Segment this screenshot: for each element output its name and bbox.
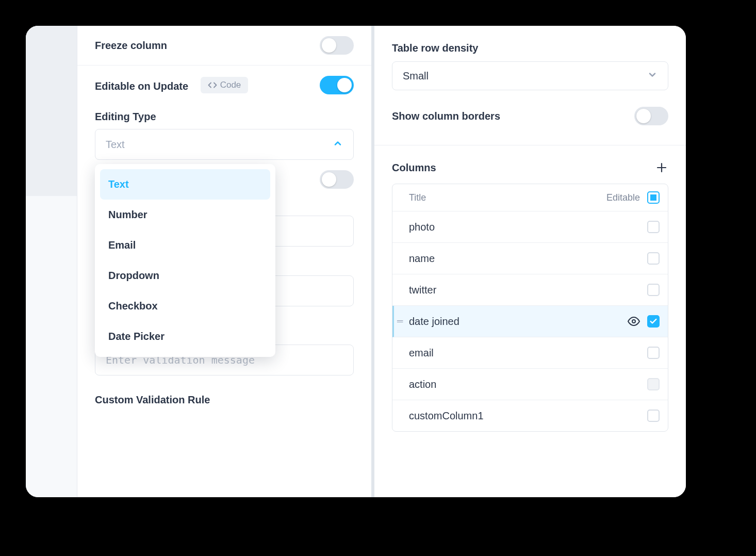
column-row-name[interactable]: name	[392, 243, 668, 274]
column-row-twitter[interactable]: twitter	[392, 274, 668, 306]
column-row-email[interactable]: email	[392, 337, 668, 369]
column-editable-checkbox[interactable]	[647, 221, 660, 233]
column-name: action	[409, 379, 436, 390]
column-row-photo[interactable]: photo	[392, 211, 668, 243]
chevron-down-icon	[647, 70, 658, 83]
column-name: date joined	[409, 316, 459, 328]
column-editable-checkbox[interactable]	[647, 378, 660, 390]
ghost-toggle[interactable]	[320, 170, 354, 189]
columns-header: Columns	[374, 145, 686, 184]
editing-type-value: Text	[106, 139, 125, 151]
dropdown-item-number[interactable]: Number	[100, 200, 270, 230]
column-name: name	[409, 253, 435, 265]
editing-type-section-label: Editing Type	[77, 105, 371, 129]
freeze-column-label: Freeze column	[95, 40, 167, 52]
eye-icon[interactable]	[628, 315, 640, 328]
custom-validation-rule-label: Custom Validation Rule	[77, 383, 371, 406]
plus-icon	[655, 161, 668, 174]
row-density-label: Table row density	[374, 38, 686, 61]
freeze-column-toggle[interactable]	[320, 36, 354, 55]
column-name: photo	[409, 221, 435, 233]
dropdown-item-dropdown[interactable]: Dropdown	[100, 260, 270, 291]
freeze-column-row: Freeze column	[77, 26, 371, 66]
dropdown-item-date-picker[interactable]: Date Picker	[100, 321, 270, 352]
column-editable-checkbox[interactable]	[647, 410, 660, 422]
columns-header-editable: Editable	[606, 192, 640, 203]
row-density-select[interactable]: Small	[392, 61, 668, 90]
drag-handle-icon[interactable]: ═	[397, 317, 402, 326]
editing-type-select-wrap: Text Text Number Email Dropdown Checkbox…	[77, 129, 371, 160]
column-name: twitter	[409, 284, 436, 296]
code-chip[interactable]: Code	[201, 77, 249, 93]
chevron-up-icon	[333, 138, 343, 151]
column-row-customcolumn1[interactable]: customColumn1	[392, 400, 668, 431]
code-icon	[208, 80, 217, 90]
column-row-date-joined[interactable]: ═ date joined	[392, 306, 668, 337]
editable-on-update-row: Editable on Update Code	[77, 66, 371, 105]
columns-list-header: Title Editable	[392, 184, 668, 211]
columns-header-title: Title	[409, 192, 426, 203]
left-sidebar-stub	[26, 26, 77, 497]
column-editable-checkbox[interactable]	[647, 252, 660, 265]
column-editable-checkbox[interactable]	[647, 315, 660, 328]
dropdown-item-checkbox[interactable]: Checkbox	[100, 291, 270, 321]
settings-window: Freeze column Editable on Update Code Ed…	[26, 26, 686, 497]
column-row-action[interactable]: action	[392, 369, 668, 400]
add-column-button[interactable]	[655, 161, 668, 174]
editing-type-dropdown: Text Number Email Dropdown Checkbox Date…	[95, 164, 275, 357]
columns-list: Title Editable photo name twitter ═	[392, 184, 668, 432]
dropdown-item-email[interactable]: Email	[100, 230, 270, 260]
column-editable-checkbox[interactable]	[647, 284, 660, 296]
columns-header-checkbox[interactable]	[647, 191, 660, 204]
svg-point-2	[632, 320, 635, 323]
column-name: email	[409, 347, 434, 359]
show-borders-row: Show column borders	[374, 95, 686, 141]
left-panel: Freeze column Editable on Update Code Ed…	[77, 26, 371, 497]
row-density-value: Small	[403, 70, 429, 82]
editable-on-update-toggle[interactable]	[320, 76, 354, 94]
editing-type-select[interactable]: Text	[95, 129, 354, 160]
right-panel: Table row density Small Show column bord…	[371, 26, 686, 497]
editable-on-update-label: Editable on Update Code	[95, 77, 248, 93]
column-name: customColumn1	[409, 410, 484, 422]
dropdown-item-text[interactable]: Text	[100, 169, 270, 200]
show-borders-toggle[interactable]	[634, 107, 668, 125]
column-editable-checkbox[interactable]	[647, 347, 660, 359]
columns-title: Columns	[392, 162, 436, 174]
show-borders-label: Show column borders	[392, 110, 500, 122]
